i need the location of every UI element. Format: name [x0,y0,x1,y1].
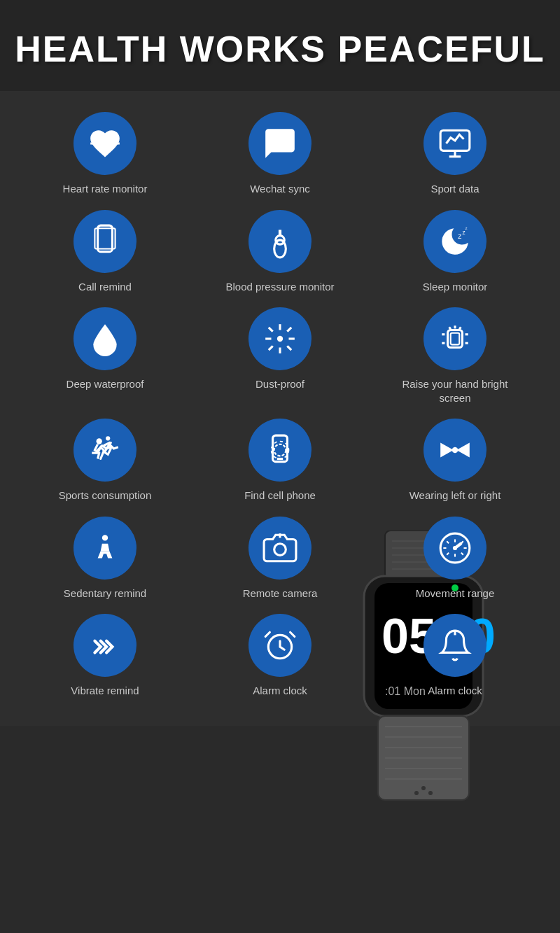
clock-icon [262,628,298,663]
run-icon-circle [74,419,136,482]
raise-hand-icon-circle [424,307,486,370]
page-title: HEALTH WORKS PEACEFUL [14,28,546,70]
svg-point-66 [274,543,286,555]
svg-text:z: z [458,232,461,239]
feature-sleep-monitor: z z z Sleep monitor [371,210,539,294]
find-cell-phone-label: Find cell phone [244,489,316,503]
bell-icon-circle [424,614,486,677]
feature-wearing-left-right: Wearing left or right [371,419,539,503]
svg-line-22 [287,328,291,332]
feature-find-cell-phone: Find cell phone [196,419,364,503]
svg-text:z: z [465,225,468,230]
heart-rate-monitor-label: Heart rate monitor [63,182,148,196]
sitting-icon-circle [74,517,136,580]
svg-line-28 [449,327,451,329]
bell-icon [438,628,472,663]
alarm-clock-1-label: Alarm clock [253,684,307,698]
wechat-sync-label: Wechat sync [250,182,310,196]
deep-waterproof-label: Deep waterproof [66,377,144,391]
vibrate-remind-label: Vibrate remind [71,684,139,698]
svg-rect-6 [98,225,113,252]
feature-remote-camera: Remote camera [196,517,364,601]
feature-alarm-clock-1: Alarm clock [196,614,364,698]
sitting-icon [88,531,122,566]
svg-marker-38 [440,443,454,458]
svg-point-32 [106,436,110,440]
svg-point-65 [102,535,108,540]
sport-data-icon-circle [424,112,486,175]
page-wrapper: HEALTH WORKS PEACEFUL Heart rate monitor [0,0,560,726]
feature-sport-data: Sport data [371,112,539,196]
svg-point-36 [274,444,286,456]
sleep-icon-circle: z z z [424,210,486,273]
bowtie-icon [438,433,472,468]
call-icon [88,224,122,259]
clock-icon-circle [248,614,312,677]
vibrate-icon-circle [74,614,136,677]
feature-wechat-sync: Wechat sync [196,112,364,196]
feature-sedentary-remind: Sedentary remind [21,517,189,601]
camera-icon-circle [248,517,312,580]
blood-pressure-label: Blood pressure monitor [225,280,334,294]
phone-icon-circle [248,419,312,482]
svg-line-21 [269,346,273,350]
svg-line-29 [459,327,461,329]
feature-raise-hand: Raise your hand bright screen [371,307,539,405]
svg-line-18 [287,346,291,350]
call-icon-circle [74,210,136,273]
blood-pressure-icon [262,224,298,259]
sleep-monitor-label: Sleep monitor [423,280,488,294]
call-remind-label: Call remind [78,280,132,294]
feature-dust-proof: Dust-proof [196,307,364,405]
dust-proof-label: Dust-proof [255,377,304,391]
speedometer-icon-circle [424,517,486,580]
blood-pressure-icon-circle [248,210,312,273]
alarm-clock-2-label: Alarm clock [428,684,482,698]
water-icon-circle [74,307,136,370]
svg-point-10 [274,239,286,257]
chat-icon [262,126,298,161]
sedentary-remind-label: Sedentary remind [64,587,146,601]
svg-line-17 [269,328,273,332]
bottom-grid-wrapper: 05 : 10 :01 Mon [0,517,560,726]
svg-point-69 [453,545,457,549]
phone-icon [262,433,298,468]
svg-point-14 [277,336,283,342]
svg-point-63 [414,791,419,795]
raise-hand-label: Raise your hand bright screen [399,377,511,405]
wechat-icon-circle [248,112,312,175]
feature-sports-consumption: Sports consumption [21,419,189,503]
dust-icon-circle [248,307,312,370]
features-grid: Heart rate monitor Wechat sync [0,91,560,517]
page-header: HEALTH WORKS PEACEFUL [0,0,560,91]
sport-data-label: Sport data [430,182,479,196]
feature-call-remind: Call remind [21,210,189,294]
bowtie-icon-circle [424,419,486,482]
svg-marker-39 [456,443,470,458]
svg-rect-24 [451,333,460,345]
svg-point-64 [428,791,433,795]
movement-range-label: Movement range [416,587,495,601]
heart-rate-icon-circle [74,112,136,175]
feature-heart-rate-monitor: Heart rate monitor [21,112,189,196]
sleep-icon: z z z [438,224,472,259]
heart-rate-icon [88,126,122,161]
feature-vibrate-remind: Vibrate remind [21,614,189,698]
svg-point-33 [97,438,102,444]
water-icon [88,321,122,356]
wearing-left-right-label: Wearing left or right [410,489,501,503]
sport-data-icon [438,126,472,161]
camera-icon [262,531,298,566]
svg-point-62 [421,786,426,790]
dust-icon [262,321,298,356]
sports-consumption-label: Sports consumption [59,489,152,503]
vibrate-icon [88,628,122,663]
remote-camera-label: Remote camera [243,587,318,601]
feature-deep-waterproof: Deep waterproof [21,307,189,405]
feature-alarm-clock-2: Alarm clock [371,614,539,698]
run-icon [88,433,122,468]
feature-movement-range: Movement range [371,517,539,601]
watch-raise-icon [438,321,472,356]
feature-blood-pressure: Blood pressure monitor [196,210,364,294]
speedometer-icon [438,531,472,566]
